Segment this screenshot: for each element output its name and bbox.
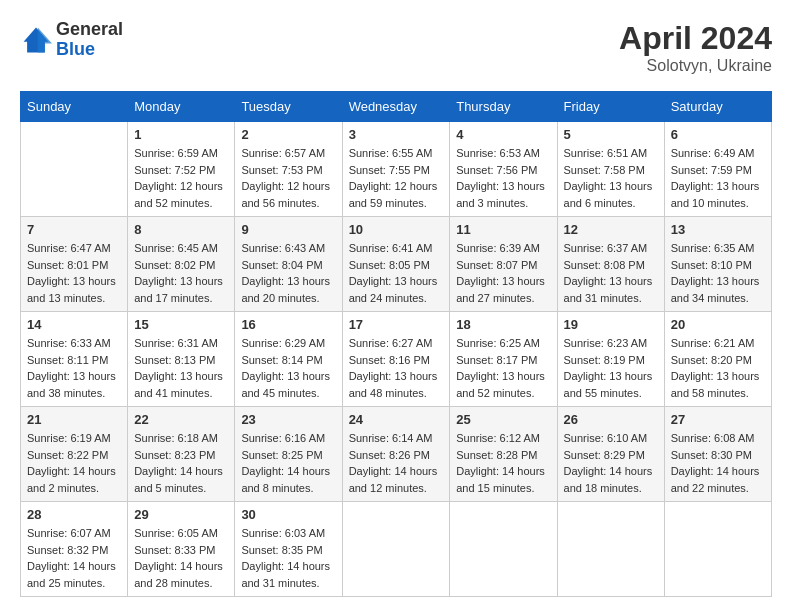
day-number: 12: [564, 222, 658, 237]
day-number: 24: [349, 412, 444, 427]
day-info: Sunrise: 6:07 AM Sunset: 8:32 PM Dayligh…: [27, 525, 121, 591]
logo-icon: [20, 24, 52, 56]
calendar-cell: [450, 502, 557, 597]
day-number: 3: [349, 127, 444, 142]
day-info: Sunrise: 6:53 AM Sunset: 7:56 PM Dayligh…: [456, 145, 550, 211]
day-number: 26: [564, 412, 658, 427]
calendar-cell: [557, 502, 664, 597]
day-info: Sunrise: 6:29 AM Sunset: 8:14 PM Dayligh…: [241, 335, 335, 401]
calendar-cell: 28Sunrise: 6:07 AM Sunset: 8:32 PM Dayli…: [21, 502, 128, 597]
calendar-cell: 29Sunrise: 6:05 AM Sunset: 8:33 PM Dayli…: [128, 502, 235, 597]
calendar-week-row: 7Sunrise: 6:47 AM Sunset: 8:01 PM Daylig…: [21, 217, 772, 312]
calendar-cell: 26Sunrise: 6:10 AM Sunset: 8:29 PM Dayli…: [557, 407, 664, 502]
day-info: Sunrise: 6:39 AM Sunset: 8:07 PM Dayligh…: [456, 240, 550, 306]
day-info: Sunrise: 6:33 AM Sunset: 8:11 PM Dayligh…: [27, 335, 121, 401]
calendar-cell: 20Sunrise: 6:21 AM Sunset: 8:20 PM Dayli…: [664, 312, 771, 407]
day-info: Sunrise: 6:08 AM Sunset: 8:30 PM Dayligh…: [671, 430, 765, 496]
day-number: 19: [564, 317, 658, 332]
day-number: 20: [671, 317, 765, 332]
day-info: Sunrise: 6:10 AM Sunset: 8:29 PM Dayligh…: [564, 430, 658, 496]
calendar-week-row: 28Sunrise: 6:07 AM Sunset: 8:32 PM Dayli…: [21, 502, 772, 597]
calendar-header-row: SundayMondayTuesdayWednesdayThursdayFrid…: [21, 92, 772, 122]
day-info: Sunrise: 6:51 AM Sunset: 7:58 PM Dayligh…: [564, 145, 658, 211]
logo-text: General Blue: [56, 20, 123, 60]
title-block: April 2024 Solotvyn, Ukraine: [619, 20, 772, 75]
day-info: Sunrise: 6:49 AM Sunset: 7:59 PM Dayligh…: [671, 145, 765, 211]
day-info: Sunrise: 6:31 AM Sunset: 8:13 PM Dayligh…: [134, 335, 228, 401]
calendar-header-sunday: Sunday: [21, 92, 128, 122]
day-number: 15: [134, 317, 228, 332]
day-info: Sunrise: 6:16 AM Sunset: 8:25 PM Dayligh…: [241, 430, 335, 496]
logo-blue: Blue: [56, 40, 123, 60]
day-number: 25: [456, 412, 550, 427]
day-number: 7: [27, 222, 121, 237]
day-number: 17: [349, 317, 444, 332]
day-number: 10: [349, 222, 444, 237]
calendar-cell: 9Sunrise: 6:43 AM Sunset: 8:04 PM Daylig…: [235, 217, 342, 312]
calendar-cell: 15Sunrise: 6:31 AM Sunset: 8:13 PM Dayli…: [128, 312, 235, 407]
calendar-header-thursday: Thursday: [450, 92, 557, 122]
day-number: 16: [241, 317, 335, 332]
day-info: Sunrise: 6:55 AM Sunset: 7:55 PM Dayligh…: [349, 145, 444, 211]
calendar-cell: 3Sunrise: 6:55 AM Sunset: 7:55 PM Daylig…: [342, 122, 450, 217]
calendar-cell: 19Sunrise: 6:23 AM Sunset: 8:19 PM Dayli…: [557, 312, 664, 407]
calendar-cell: 12Sunrise: 6:37 AM Sunset: 8:08 PM Dayli…: [557, 217, 664, 312]
day-number: 28: [27, 507, 121, 522]
day-info: Sunrise: 6:03 AM Sunset: 8:35 PM Dayligh…: [241, 525, 335, 591]
calendar-cell: [342, 502, 450, 597]
day-number: 5: [564, 127, 658, 142]
calendar-cell: 27Sunrise: 6:08 AM Sunset: 8:30 PM Dayli…: [664, 407, 771, 502]
calendar-cell: 24Sunrise: 6:14 AM Sunset: 8:26 PM Dayli…: [342, 407, 450, 502]
page-header: General Blue April 2024 Solotvyn, Ukrain…: [20, 20, 772, 75]
svg-marker-1: [38, 27, 52, 52]
day-info: Sunrise: 6:14 AM Sunset: 8:26 PM Dayligh…: [349, 430, 444, 496]
day-number: 8: [134, 222, 228, 237]
logo: General Blue: [20, 20, 123, 60]
day-info: Sunrise: 6:27 AM Sunset: 8:16 PM Dayligh…: [349, 335, 444, 401]
calendar-cell: 23Sunrise: 6:16 AM Sunset: 8:25 PM Dayli…: [235, 407, 342, 502]
calendar-cell: 6Sunrise: 6:49 AM Sunset: 7:59 PM Daylig…: [664, 122, 771, 217]
calendar-cell: [21, 122, 128, 217]
calendar-week-row: 1Sunrise: 6:59 AM Sunset: 7:52 PM Daylig…: [21, 122, 772, 217]
calendar-header-saturday: Saturday: [664, 92, 771, 122]
day-info: Sunrise: 6:45 AM Sunset: 8:02 PM Dayligh…: [134, 240, 228, 306]
day-number: 2: [241, 127, 335, 142]
day-info: Sunrise: 6:12 AM Sunset: 8:28 PM Dayligh…: [456, 430, 550, 496]
day-number: 1: [134, 127, 228, 142]
calendar-cell: 21Sunrise: 6:19 AM Sunset: 8:22 PM Dayli…: [21, 407, 128, 502]
location-subtitle: Solotvyn, Ukraine: [619, 57, 772, 75]
calendar-cell: 11Sunrise: 6:39 AM Sunset: 8:07 PM Dayli…: [450, 217, 557, 312]
calendar-cell: 5Sunrise: 6:51 AM Sunset: 7:58 PM Daylig…: [557, 122, 664, 217]
day-info: Sunrise: 6:59 AM Sunset: 7:52 PM Dayligh…: [134, 145, 228, 211]
calendar-cell: 10Sunrise: 6:41 AM Sunset: 8:05 PM Dayli…: [342, 217, 450, 312]
day-info: Sunrise: 6:47 AM Sunset: 8:01 PM Dayligh…: [27, 240, 121, 306]
calendar-cell: 18Sunrise: 6:25 AM Sunset: 8:17 PM Dayli…: [450, 312, 557, 407]
day-number: 6: [671, 127, 765, 142]
day-number: 11: [456, 222, 550, 237]
calendar-cell: 2Sunrise: 6:57 AM Sunset: 7:53 PM Daylig…: [235, 122, 342, 217]
logo-general: General: [56, 20, 123, 40]
day-number: 23: [241, 412, 335, 427]
calendar-cell: 8Sunrise: 6:45 AM Sunset: 8:02 PM Daylig…: [128, 217, 235, 312]
day-info: Sunrise: 6:21 AM Sunset: 8:20 PM Dayligh…: [671, 335, 765, 401]
calendar-cell: 14Sunrise: 6:33 AM Sunset: 8:11 PM Dayli…: [21, 312, 128, 407]
calendar-week-row: 21Sunrise: 6:19 AM Sunset: 8:22 PM Dayli…: [21, 407, 772, 502]
day-number: 13: [671, 222, 765, 237]
calendar-cell: 17Sunrise: 6:27 AM Sunset: 8:16 PM Dayli…: [342, 312, 450, 407]
day-info: Sunrise: 6:05 AM Sunset: 8:33 PM Dayligh…: [134, 525, 228, 591]
day-info: Sunrise: 6:43 AM Sunset: 8:04 PM Dayligh…: [241, 240, 335, 306]
day-number: 29: [134, 507, 228, 522]
calendar-header-tuesday: Tuesday: [235, 92, 342, 122]
day-info: Sunrise: 6:18 AM Sunset: 8:23 PM Dayligh…: [134, 430, 228, 496]
calendar-cell: 1Sunrise: 6:59 AM Sunset: 7:52 PM Daylig…: [128, 122, 235, 217]
calendar-cell: [664, 502, 771, 597]
calendar-cell: 25Sunrise: 6:12 AM Sunset: 8:28 PM Dayli…: [450, 407, 557, 502]
calendar-header-friday: Friday: [557, 92, 664, 122]
day-info: Sunrise: 6:19 AM Sunset: 8:22 PM Dayligh…: [27, 430, 121, 496]
calendar-cell: 16Sunrise: 6:29 AM Sunset: 8:14 PM Dayli…: [235, 312, 342, 407]
day-number: 22: [134, 412, 228, 427]
day-info: Sunrise: 6:41 AM Sunset: 8:05 PM Dayligh…: [349, 240, 444, 306]
day-number: 14: [27, 317, 121, 332]
day-number: 30: [241, 507, 335, 522]
day-info: Sunrise: 6:57 AM Sunset: 7:53 PM Dayligh…: [241, 145, 335, 211]
